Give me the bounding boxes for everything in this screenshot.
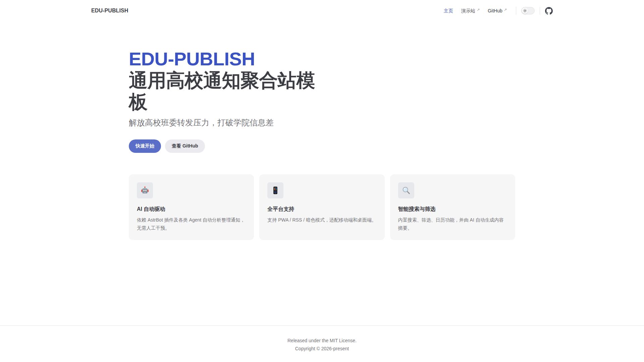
mobile-phone-icon (267, 182, 283, 198)
nav-link-demo-site-label: 演示站 (461, 0, 475, 21)
view-github-button[interactable]: 查看 GitHub (165, 139, 205, 153)
theme-toggle[interactable] (521, 7, 535, 14)
hero-name: EDU-PUBLISH (129, 48, 515, 70)
footer-copyright: Copyright © 2026-present (8, 345, 636, 353)
navbar-inner: EDU-PUBLISH 主页 演示站 ↗ GitHub ↗ (80, 0, 564, 21)
feature-card-search: 智能搜索与筛选 内置搜索、筛选、日历功能，并由 AI 自动生成内容摘要。 (390, 174, 515, 240)
external-link-icon: ↗ (477, 0, 480, 20)
quick-start-button[interactable]: 快速开始 (129, 139, 161, 153)
external-link-icon: ↗ (504, 0, 507, 20)
home-main: EDU-PUBLISH 通用高校通知聚合站模板 解放高校班委转发压力，打破学院信… (0, 21, 644, 325)
nav-link-github-label: GitHub (488, 0, 502, 21)
github-social-link[interactable] (545, 7, 553, 15)
nav-link-demo-site[interactable]: 演示站 ↗ (457, 0, 484, 21)
feature-title: AI 自动驱动 (137, 205, 246, 213)
feature-description: 内置搜索、筛选、日历功能，并由 AI 自动生成内容摘要。 (398, 213, 507, 232)
robot-icon (137, 182, 153, 198)
hero-section: EDU-PUBLISH 通用高校通知聚合站模板 解放高校班委转发压力，打破学院信… (129, 21, 515, 153)
nav-divider (516, 7, 516, 15)
hero-actions: 快速开始 查看 GitHub (129, 139, 515, 153)
feature-title: 智能搜索与筛选 (398, 205, 507, 213)
sun-icon (523, 9, 527, 13)
feature-description: 支持 PWA / RSS / 暗色模式，适配移动端和桌面端。 (267, 213, 376, 224)
footer: Released under the MIT License. Copyrigh… (0, 325, 644, 362)
nav-link-home[interactable]: 主页 (440, 0, 457, 21)
nav-link-github[interactable]: GitHub ↗ (484, 0, 511, 21)
nav-divider (540, 7, 540, 15)
feature-title: 全平台支持 (267, 205, 376, 213)
hero-heading: 通用高校通知聚合站模板 (129, 70, 327, 113)
feature-description: 依赖 AstrBot 插件及各类 Agent 自动分析整理通知，无需人工干预。 (137, 213, 246, 232)
footer-message: Released under the MIT License. (8, 337, 636, 345)
features-section: AI 自动驱动 依赖 AstrBot 插件及各类 Agent 自动分析整理通知，… (129, 174, 515, 240)
feature-card-platform: 全平台支持 支持 PWA / RSS / 暗色模式，适配移动端和桌面端。 (259, 174, 384, 240)
theme-toggle-knob (522, 8, 528, 14)
navbar-menu: 主页 演示站 ↗ GitHub ↗ (440, 0, 553, 21)
magnifier-icon (398, 182, 414, 198)
site-logo[interactable]: EDU-PUBLISH (91, 8, 128, 14)
hero-tagline: 解放高校班委转发压力，打破学院信息差 (129, 117, 327, 129)
navbar: EDU-PUBLISH 主页 演示站 ↗ GitHub ↗ (0, 0, 644, 21)
feature-card-ai: AI 自动驱动 依赖 AstrBot 插件及各类 Agent 自动分析整理通知，… (129, 174, 254, 240)
github-icon (545, 7, 553, 15)
